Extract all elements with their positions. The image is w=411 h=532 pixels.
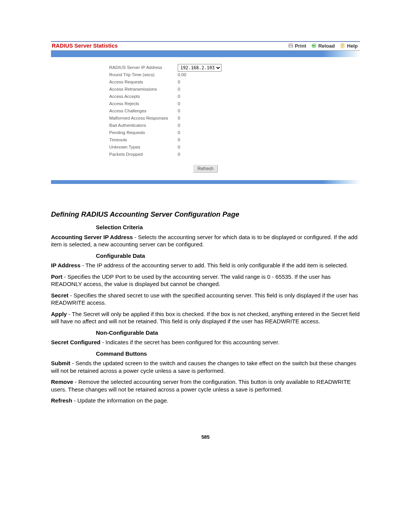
doc-paragraph: Accounting Server IP Address - Selects t… xyxy=(51,233,360,248)
refresh-button[interactable]: Refresh xyxy=(193,165,218,173)
stats-row: Access Accepts0 xyxy=(109,93,356,100)
doc-term: Secret Configured xyxy=(51,339,100,345)
stats-row: RADIUS Server IP Address192.168.2.103 xyxy=(109,64,356,71)
heading-configurable-data: Configurable Data xyxy=(96,252,360,260)
doc-term: Port xyxy=(51,273,62,280)
doc-description: - Specifies the UDP Port to be used by t… xyxy=(51,273,331,288)
reload-label: Reload xyxy=(318,43,335,49)
doc-description: - Sends the updated screen to the switch… xyxy=(51,360,356,374)
panel-header: RADIUS Server Statistics Print Reload xyxy=(51,42,360,51)
stats-label: Round Trip Time (secs) xyxy=(109,73,177,77)
help-icon xyxy=(340,43,346,48)
print-label: Print xyxy=(295,43,306,49)
stats-value: 0 xyxy=(177,109,180,113)
stats-row: Packets Dropped0 xyxy=(109,151,356,158)
stats-row: Access Requests0 xyxy=(109,78,356,86)
stats-value: 0 xyxy=(177,145,180,150)
doc-term: Remove xyxy=(51,379,73,385)
stats-value: 0 xyxy=(177,123,180,128)
reload-button[interactable]: Reload xyxy=(311,43,335,49)
heading-selection-criteria: Selection Criteria xyxy=(96,224,360,231)
stats-label: Bad Authenticators xyxy=(109,123,177,128)
doc-paragraph: Secret Configured - Indicates if the sec… xyxy=(51,339,360,346)
doc-term: Secret xyxy=(51,292,68,299)
stats-value: 0 xyxy=(177,131,180,135)
stats-value: 192.168.2.103 xyxy=(177,64,221,72)
doc-paragraph: IP Address - The IP address of the accou… xyxy=(51,262,360,269)
stats-label: RADIUS Server IP Address xyxy=(109,66,177,70)
stats-label: Access Requests xyxy=(109,80,177,85)
panel-title: RADIUS Server Statistics xyxy=(52,43,288,49)
stats-label: Access Rejects xyxy=(109,102,177,106)
section-command-buttons: Submit - Sends the updated screen to the… xyxy=(51,359,360,404)
doc-paragraph: Refresh - Update the information on the … xyxy=(51,397,360,404)
doc-title: Defining RADIUS Accounting Server Config… xyxy=(51,210,360,219)
help-label: Help xyxy=(347,43,358,49)
stats-value: 0 xyxy=(177,94,180,99)
doc-description: - Remove the selected accounting server … xyxy=(51,379,351,393)
stats-row: Access Rejects0 xyxy=(109,100,356,107)
stats-row: Pending Requests0 xyxy=(109,129,356,136)
panel-body: RADIUS Server IP Address192.168.2.103Rou… xyxy=(51,57,360,180)
stats-row: Access Challenges0 xyxy=(109,107,356,115)
doc-paragraph: Secret - Specifies the shared secret to … xyxy=(51,292,360,307)
stats-label: Timeouts xyxy=(109,138,177,142)
gradient-bar-bottom xyxy=(51,180,360,184)
stats-label: Unknown Types xyxy=(109,145,177,150)
section-configurable-data: IP Address - The IP address of the accou… xyxy=(51,262,360,325)
doc-term: Refresh xyxy=(51,397,72,404)
doc-paragraph: Port - Specifies the UDP Port to be used… xyxy=(51,273,360,288)
doc-paragraph: Remove - Remove the selected accounting … xyxy=(51,378,360,393)
svg-rect-2 xyxy=(289,46,292,48)
doc-paragraph: Submit - Sends the updated screen to the… xyxy=(51,359,360,374)
stats-label: Access Retransmissions xyxy=(109,87,177,92)
stats-label: Access Challenges xyxy=(109,109,177,113)
stats-row: Malformed Access Responses0 xyxy=(109,115,356,122)
stats-value: 0 xyxy=(177,80,180,85)
doc-description: - The IP address of the accounting serve… xyxy=(81,262,348,268)
stats-row: Timeouts0 xyxy=(109,136,356,144)
help-button[interactable]: Help xyxy=(340,43,358,49)
ip-address-select[interactable]: 192.168.2.103 xyxy=(178,64,221,72)
print-button[interactable]: Print xyxy=(288,43,306,49)
stats-value: 0 xyxy=(177,152,180,157)
doc-description: - Indicates if the secret has been confi… xyxy=(100,339,279,345)
heading-command-buttons: Command Buttons xyxy=(96,350,360,358)
doc-description: - The Secret will only be applied if thi… xyxy=(51,311,360,325)
heading-non-configurable-data: Non-Configurable Data xyxy=(96,329,360,337)
stats-value: 0 xyxy=(177,138,180,142)
gradient-bar-top xyxy=(51,51,360,57)
stats-row: Round Trip Time (secs)0.00 xyxy=(109,71,356,78)
stats-row: Unknown Types0 xyxy=(109,144,356,151)
reload-icon xyxy=(311,43,317,48)
stats-value: 0 xyxy=(177,87,180,92)
stats-table: RADIUS Server IP Address192.168.2.103Rou… xyxy=(109,64,356,158)
stats-value: 0 xyxy=(177,102,180,106)
doc-term: Submit xyxy=(51,360,70,366)
radius-stats-panel: RADIUS Server Statistics Print Reload xyxy=(51,41,360,184)
section-selection-criteria: Accounting Server IP Address - Selects t… xyxy=(51,233,360,248)
stats-label: Access Accepts xyxy=(109,94,177,99)
stats-label: Packets Dropped xyxy=(109,152,177,157)
doc-paragraph: Apply - The Secret will only be applied … xyxy=(51,310,360,325)
doc-term: Apply xyxy=(51,311,67,317)
doc-term: IP Address xyxy=(51,262,81,268)
svg-rect-0 xyxy=(289,44,292,45)
print-icon xyxy=(288,43,293,48)
doc-description: - Update the information on the page. xyxy=(72,397,169,404)
stats-label: Pending Requests xyxy=(109,131,177,135)
stats-value: 0.00 xyxy=(177,73,186,77)
panel-actions: Print Reload Help xyxy=(288,43,358,49)
stats-row: Access Retransmissions0 xyxy=(109,86,356,93)
doc-description: - Specifies the shared secret to use wit… xyxy=(51,292,358,306)
doc-term: Accounting Server IP Address xyxy=(51,234,133,240)
stats-value: 0 xyxy=(177,116,180,121)
page-number: 585 xyxy=(51,434,360,440)
stats-label: Malformed Access Responses xyxy=(109,116,177,121)
section-non-configurable-data: Secret Configured - Indicates if the sec… xyxy=(51,339,360,346)
stats-row: Bad Authenticators0 xyxy=(109,122,356,129)
documentation-section: Defining RADIUS Accounting Server Config… xyxy=(51,210,360,404)
